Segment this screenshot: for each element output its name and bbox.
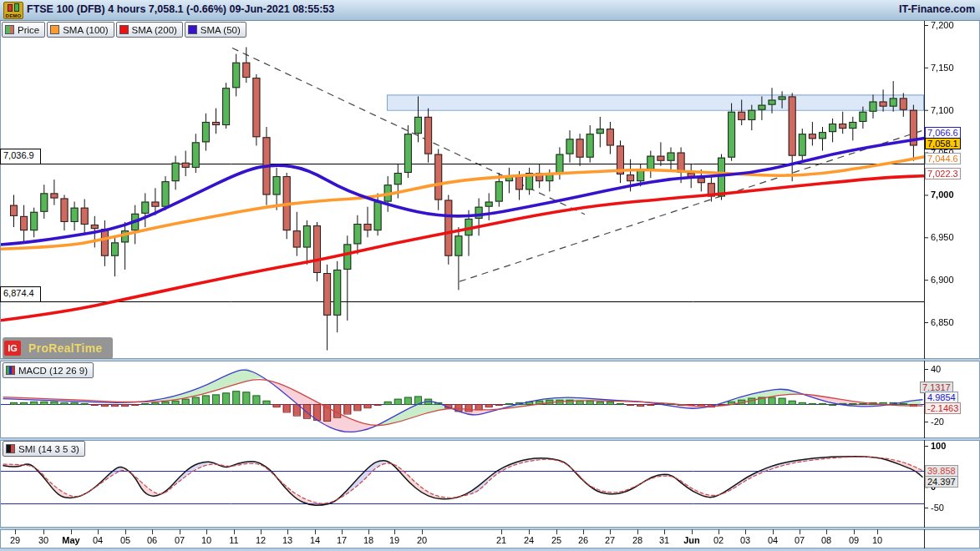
smi-value-box: 24.397 bbox=[925, 476, 958, 488]
sma50-swatch-icon bbox=[188, 25, 197, 34]
macd-swatch-icon bbox=[6, 366, 15, 375]
instrument-title: FTSE 100 (DFB) 4 hours 7,058.1 (-0.66%) … bbox=[27, 3, 334, 15]
price-chart-canvas[interactable] bbox=[0, 0, 980, 551]
legend-price-label: Price bbox=[18, 25, 39, 35]
current-price-box: 7,058.1 bbox=[925, 138, 961, 149]
legend-sma200-label: SMA (200) bbox=[132, 25, 177, 35]
smi-signal-value-box: 39.858 bbox=[925, 465, 958, 477]
macd-header-button[interactable]: MACD (12 26 9) bbox=[3, 362, 94, 378]
horizontal-level-label-7036: 7,036.9 bbox=[0, 149, 41, 164]
sma100-value-box: 7,044.6 bbox=[925, 153, 961, 164]
prorealtime-watermark: IG ProRealTime bbox=[3, 337, 113, 359]
title-bar: DEMO FTSE 100 (DFB) 4 hours 7,058.1 (-0.… bbox=[0, 0, 980, 21]
ig-logo: IG bbox=[4, 341, 21, 356]
sma50-value-box: 7,066.6 bbox=[925, 127, 961, 139]
macd-line-value-box: 4.9854 bbox=[925, 392, 958, 403]
smi-header-label: SMI (14 3 5 3) bbox=[18, 444, 79, 454]
macd-header-label: MACD (12 26 9) bbox=[18, 366, 88, 376]
legend-sma100-button[interactable]: SMA (100) bbox=[47, 22, 114, 38]
legend-sma100-label: SMA (100) bbox=[63, 25, 108, 35]
demo-badge-label: DEMO bbox=[4, 13, 23, 18]
legend-bar: Price SMA (100) SMA (200) SMA (50) bbox=[2, 22, 246, 38]
legend-price-button[interactable]: Price bbox=[2, 22, 45, 38]
brand-label: IT-Finance.com bbox=[899, 3, 975, 15]
sma200-value-box: 7,022.3 bbox=[925, 168, 961, 179]
legend-sma50-button[interactable]: SMA (50) bbox=[185, 22, 246, 38]
legend-sma200-button[interactable]: SMA (200) bbox=[116, 22, 183, 38]
horizontal-level-label-6874: 6,874.4 bbox=[0, 286, 41, 302]
prorealtime-logo-text: ProRealTime bbox=[28, 341, 103, 355]
smi-header-button[interactable]: SMI (14 3 5 3) bbox=[3, 441, 85, 457]
chart-window: DEMO FTSE 100 (DFB) 4 hours 7,058.1 (-0.… bbox=[0, 0, 980, 551]
demo-account-icon: DEMO bbox=[3, 2, 23, 19]
legend-sma50-label: SMA (50) bbox=[201, 25, 241, 35]
price-swatch-icon bbox=[5, 25, 14, 34]
macd-signal-value-box: -2.1463 bbox=[925, 402, 961, 414]
sma200-swatch-icon bbox=[119, 25, 129, 34]
smi-swatch-icon bbox=[6, 444, 15, 453]
sma100-swatch-icon bbox=[50, 25, 59, 34]
